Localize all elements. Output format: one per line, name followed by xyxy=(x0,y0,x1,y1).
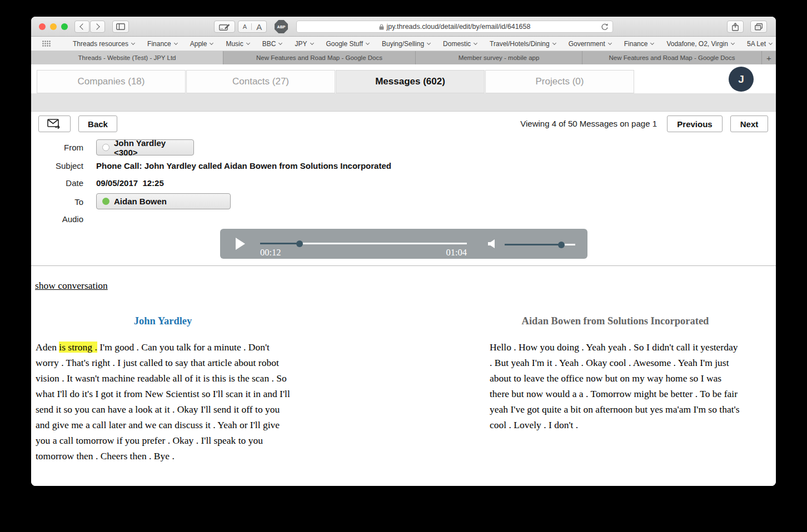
volume-thumb[interactable] xyxy=(558,242,565,248)
callee-transcript-text: Hello . How you doing . Yeah yeah . So I… xyxy=(490,339,741,433)
show-conversation-link[interactable]: show conversation xyxy=(35,280,108,292)
presence-online-icon xyxy=(102,198,109,205)
bookmark-folder-music[interactable]: Music xyxy=(226,40,249,48)
browser-back-button[interactable] xyxy=(74,21,89,33)
chevron-down-icon xyxy=(650,41,654,44)
share-button[interactable] xyxy=(727,21,744,33)
viewing-status: Viewing 4 of 50 Messages on page 1 xyxy=(509,119,657,128)
compose-icon xyxy=(219,23,230,31)
bookmark-folder-finance-2[interactable]: Finance xyxy=(624,40,654,48)
callee-transcript-column: Aidan Bowen from Solutions Incorporated … xyxy=(490,315,741,433)
chevron-down-icon xyxy=(278,41,282,44)
increase-font-button[interactable]: A xyxy=(252,22,266,32)
play-icon[interactable] xyxy=(236,238,245,250)
window-controls xyxy=(39,23,68,30)
seek-thumb[interactable] xyxy=(296,240,303,247)
audio-label: Audio xyxy=(31,214,83,224)
bookmark-folder-government[interactable]: Government xyxy=(569,40,611,48)
browser-tab-new-features-2[interactable]: New Features and Road Map - Google Docs xyxy=(582,51,762,64)
adblock-icon[interactable]: ABP xyxy=(275,20,288,33)
header-divider-band xyxy=(31,93,776,112)
bookmark-folder-finance[interactable]: Finance xyxy=(147,40,177,48)
chevron-right-icon xyxy=(93,23,99,29)
font-size-control[interactable]: AA xyxy=(238,21,267,33)
sidebar-toggle-button[interactable] xyxy=(112,21,129,33)
tabs-overview-icon xyxy=(755,23,763,31)
volume-slider[interactable] xyxy=(505,244,575,245)
bookmarks-bar: Threads resources Finance Apple Music BB… xyxy=(31,37,776,51)
section-divider xyxy=(31,265,776,266)
sidebar-icon xyxy=(116,23,125,30)
chevron-down-icon xyxy=(552,41,556,44)
previous-button[interactable]: Previous xyxy=(667,116,723,132)
tab-messages[interactable]: Messages (602) xyxy=(336,70,485,93)
frequently-visited-grid-icon[interactable] xyxy=(42,41,51,47)
address-bar[interactable]: jpy.threads.cloud/detail/edit/by/email/i… xyxy=(296,21,613,33)
total-duration: 01:04 xyxy=(446,247,467,258)
browser-tab-new-features-1[interactable]: New Features and Road Map - Google Docs xyxy=(223,51,416,64)
page-content: Companies (18) Contacts (27) Messages (6… xyxy=(31,64,776,486)
bookmark-folder-travel-hotels-dining[interactable]: Travel/Hotels/Dining xyxy=(490,40,556,48)
presence-offline-icon xyxy=(102,144,109,151)
subject-label: Subject xyxy=(31,161,83,170)
chevron-down-icon xyxy=(310,41,313,44)
speaker-icon[interactable] xyxy=(488,239,495,248)
back-button[interactable]: Back xyxy=(78,116,117,132)
new-tab-button[interactable]: + xyxy=(762,51,776,64)
bookmark-folder-threads-resources[interactable]: Threads resources xyxy=(73,40,134,48)
caller-name-heading: John Yardley xyxy=(36,315,290,327)
url-text: jpy.threads.cloud/detail/edit/by/email/i… xyxy=(387,23,531,31)
chevron-down-icon xyxy=(246,41,250,44)
seek-progress xyxy=(260,243,300,244)
to-contact-chip[interactable]: Aidan Bowen xyxy=(96,193,231,209)
compose-button[interactable] xyxy=(214,21,235,33)
time-value: 12:25 xyxy=(142,178,163,188)
to-label: To xyxy=(31,197,83,207)
minimize-window-button[interactable] xyxy=(50,23,57,30)
chevron-down-icon xyxy=(366,41,370,44)
chevron-left-icon xyxy=(79,23,86,29)
browser-forward-button[interactable] xyxy=(90,21,105,33)
tab-projects[interactable]: Projects (0) xyxy=(485,70,634,93)
from-contact-chip[interactable]: John Yardley <300> xyxy=(96,139,194,155)
from-contact-name: John Yardley <300> xyxy=(114,138,188,157)
browser-tab-strip: Threads - Website (Test) - JPY Ltd New F… xyxy=(31,51,776,64)
chevron-down-icon xyxy=(174,41,178,44)
browser-titlebar: AA ABP jpy.threads.cloud/detail/edit/by/… xyxy=(31,17,776,37)
to-contact-name: Aidan Bowen xyxy=(114,197,167,206)
chevron-down-icon xyxy=(474,41,477,44)
transcript-rest: I'm good . Can you talk for a minute . D… xyxy=(36,342,290,461)
forward-email-button[interactable] xyxy=(38,116,71,132)
bookmark-folder-buying-selling[interactable]: Buying/Selling xyxy=(382,40,430,48)
callee-name-heading: Aidan Bowen from Solutions Incorporated xyxy=(490,315,741,327)
chevron-down-icon xyxy=(131,41,135,44)
bookmark-folder-bbc[interactable]: BBC xyxy=(262,40,282,48)
next-button[interactable]: Next xyxy=(730,116,768,132)
zoom-window-button[interactable] xyxy=(61,23,68,30)
caller-transcript-text: Aden is strong . I'm good . Can you talk… xyxy=(36,339,290,464)
bookmark-folder-apple[interactable]: Apple xyxy=(190,40,213,48)
tab-companies[interactable]: Companies (18) xyxy=(37,70,186,93)
bookmark-folder-jpy[interactable]: JPY xyxy=(295,40,313,48)
subject-value: Phone Call: John Yardley called Aidan Bo… xyxy=(96,161,391,170)
caller-transcript-column: John Yardley Aden is strong . I'm good .… xyxy=(36,315,290,464)
volume-level xyxy=(505,244,561,245)
bookmark-folder-google-stuff[interactable]: Google Stuff xyxy=(326,40,370,48)
date-label: Date xyxy=(31,178,83,188)
highlighted-phrase: is strong . xyxy=(59,342,97,353)
lock-icon xyxy=(379,24,384,30)
decrease-font-button[interactable]: A xyxy=(238,23,252,30)
browser-tab-threads[interactable]: Threads - Website (Test) - JPY Ltd xyxy=(31,51,223,64)
reload-button[interactable] xyxy=(601,23,609,33)
envelope-forward-icon xyxy=(47,119,62,129)
bookmark-folder-vodafone-o2-virgin[interactable]: Vodafone, O2, Virgin xyxy=(666,40,734,48)
avatar[interactable]: J xyxy=(729,67,754,92)
bookmark-folder-domestic[interactable]: Domestic xyxy=(443,40,477,48)
tab-contacts[interactable]: Contacts (27) xyxy=(186,70,335,93)
show-tabs-button[interactable] xyxy=(750,21,767,33)
chevron-down-icon xyxy=(769,41,773,44)
seek-slider[interactable] xyxy=(260,243,467,244)
browser-tab-member-survey[interactable]: Member survey - mobile app xyxy=(416,51,582,64)
bookmark-folder-5a-let[interactable]: 5A Let xyxy=(747,40,772,48)
close-window-button[interactable] xyxy=(39,23,46,30)
